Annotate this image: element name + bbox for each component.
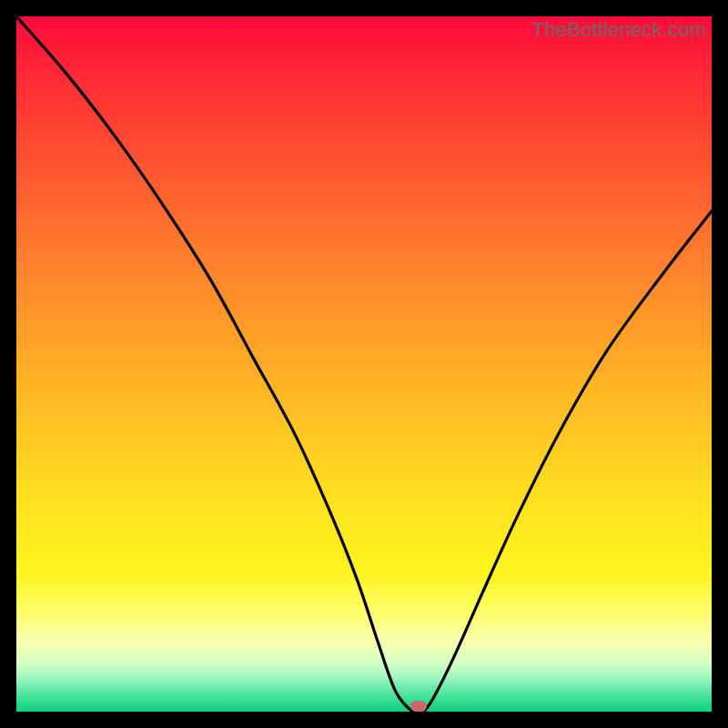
chart-frame: TheBottleneck.com bbox=[0, 0, 728, 728]
curve-path bbox=[16, 16, 712, 712]
plot-area: TheBottleneck.com bbox=[16, 16, 712, 712]
optimum-marker bbox=[410, 701, 427, 712]
bottleneck-curve bbox=[16, 16, 712, 712]
